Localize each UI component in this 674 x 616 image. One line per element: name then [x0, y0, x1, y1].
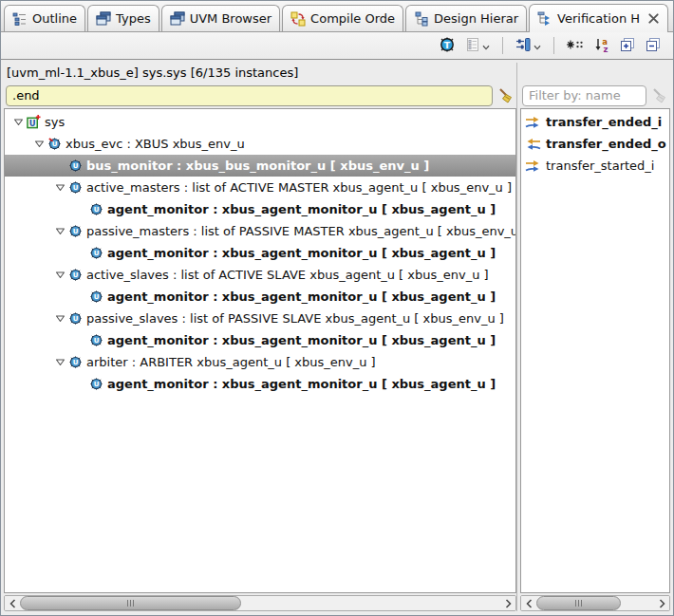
filter-input[interactable] — [522, 85, 646, 106]
close-icon[interactable] — [648, 13, 660, 25]
tab-label: Outline — [32, 11, 77, 26]
scroll-right-arrow-icon[interactable] — [500, 596, 515, 610]
expander-open-icon[interactable] — [31, 139, 47, 149]
show-types-button[interactable]: T — [436, 34, 459, 58]
expander-open-icon[interactable] — [52, 357, 67, 367]
tree-item-label: active_masters : list of ACTIVE MASTER x… — [86, 180, 512, 195]
tree-row[interactable]: Uagent_monitor : xbus_agent_monitor_u [ … — [5, 286, 515, 308]
tab-design-hierarchy[interactable]: Design Hierar — [405, 5, 527, 31]
tree-row[interactable]: Uagent_monitor : xbus_agent_monitor_u [ … — [5, 242, 515, 264]
tab-compile-order[interactable]: Compile Orde — [282, 5, 403, 31]
scroll-left-arrow-icon[interactable] — [521, 596, 536, 610]
tab-uvm-browser[interactable]: UVM Browser — [161, 5, 280, 31]
svg-text:U: U — [72, 314, 78, 323]
tab-types[interactable]: Types — [87, 5, 159, 31]
svg-text:U: U — [72, 183, 78, 192]
svg-text:T: T — [444, 39, 451, 49]
verification-hierarchy-icon — [537, 11, 552, 27]
design-hierarchy-icon — [414, 11, 429, 27]
chevron-down-icon[interactable] — [534, 39, 541, 53]
scroll-right-arrow-icon[interactable] — [654, 596, 669, 610]
tree-row[interactable]: Uagent_monitor : xbus_agent_monitor_u [ … — [5, 329, 515, 351]
tree-row[interactable]: Uagent_monitor : xbus_agent_monitor_u [ … — [5, 198, 515, 220]
scroll-left-arrow-icon[interactable] — [5, 596, 20, 610]
scrollbar-track[interactable] — [20, 596, 500, 610]
toolbar-separator — [502, 37, 503, 54]
tree-item-label: xbus_evc : XBUS xbus_env_u — [66, 137, 245, 151]
tree-row[interactable]: Usys — [5, 111, 515, 133]
svg-text:U: U — [72, 271, 78, 279]
svg-text:z: z — [604, 44, 608, 52]
svg-text:U: U — [72, 358, 78, 366]
hierarchy-tree: UsysUxbus_evc : XBUS xbus_env_uUbus_moni… — [4, 108, 516, 593]
ports-dots-icon — [567, 38, 584, 54]
bug-type-icon: T — [439, 36, 456, 56]
unit-icon: U — [67, 355, 83, 369]
expander-open-icon[interactable] — [10, 117, 26, 127]
ports-list: transfer_ended_itransfer_ended_otransfer… — [520, 108, 670, 593]
checklist-icon — [466, 37, 479, 55]
tab-label: Compile Orde — [310, 11, 395, 26]
tab-bar: OutlineTypesUVM BrowserCompile OrdeDesig… — [1, 1, 673, 32]
unit-icon: U — [67, 268, 83, 282]
tab-label: Types — [116, 11, 151, 26]
tree-row[interactable]: Uarbiter : ARBITER xbus_agent_u [ xbus_e… — [5, 351, 515, 373]
tree-row[interactable]: Ubus_monitor : xbus_bus_monitor_u [ xbus… — [5, 155, 515, 177]
svg-text:U: U — [93, 380, 99, 388]
tab-verification-hierarchy[interactable]: Verification H — [529, 4, 668, 32]
chevron-down-icon[interactable] — [482, 39, 490, 53]
port-item-label: transfer_started_i — [546, 159, 654, 173]
tree-item-label: agent_monitor : xbus_agent_monitor_u [ x… — [107, 377, 496, 391]
tab-outline[interactable]: Outline — [4, 5, 85, 31]
svg-text:U: U — [93, 336, 99, 345]
tab-label: Design Hierar — [434, 11, 518, 26]
tree-row[interactable]: Upassive_slaves : list of PASSIVE SLAVE … — [5, 308, 515, 329]
tree-item-label: agent_monitor : xbus_agent_monitor_u [ x… — [107, 246, 496, 260]
types-icon — [96, 11, 111, 27]
unit-icon: U — [67, 159, 83, 173]
clear-search-broom-icon[interactable] — [497, 87, 515, 104]
sort-alpha-button[interactable]: az — [591, 35, 612, 57]
layout-filter-button[interactable] — [513, 35, 544, 57]
svg-text:U: U — [72, 227, 78, 235]
scrollbar-track[interactable] — [536, 596, 654, 610]
expander-open-icon[interactable] — [52, 270, 67, 280]
tree-item-label: agent_monitor : xbus_agent_monitor_u [ x… — [107, 202, 496, 216]
unit-icon: U — [88, 377, 103, 391]
port-list-item[interactable]: transfer_started_i — [521, 155, 669, 177]
collapse-all-button[interactable] — [643, 35, 664, 57]
unit-icon: U — [88, 289, 103, 304]
list-horizontal-scrollbar[interactable] — [520, 595, 670, 611]
expand-all-button[interactable] — [617, 35, 638, 57]
tree-item-label: sys — [45, 115, 65, 129]
tree-horizontal-scrollbar[interactable] — [4, 595, 516, 611]
tree-row[interactable]: Uxbus_evc : XBUS xbus_env_u — [5, 133, 515, 155]
svg-text:U: U — [93, 292, 99, 301]
clear-filter-broom-icon — [651, 87, 668, 104]
tree-row[interactable]: Uagent_monitor : xbus_agent_monitor_u [ … — [5, 373, 515, 395]
instance-scope-label: [uvm_ml-1.1_xbus_e] sys.sys [6/135 insta… — [4, 63, 516, 83]
expander-open-icon[interactable] — [52, 182, 67, 193]
tree-item-label: passive_slaves : list of PASSIVE SLAVE x… — [86, 311, 504, 326]
expander-open-icon[interactable] — [52, 313, 67, 324]
uvm-browser-icon — [170, 11, 185, 27]
tree-row[interactable]: Uactive_masters : list of ACTIVE MASTER … — [5, 177, 515, 198]
svg-text:U: U — [93, 249, 99, 257]
unit-root-icon: U — [26, 115, 41, 129]
port-list-item[interactable]: transfer_ended_i — [521, 111, 669, 133]
tree-item-label: agent_monitor : xbus_agent_monitor_u [ x… — [107, 333, 496, 347]
show-ports-button[interactable] — [564, 36, 587, 56]
expander-open-icon[interactable] — [52, 226, 67, 236]
tree-row[interactable]: Upassive_masters : list of PASSIVE MASTE… — [5, 220, 515, 242]
scrollbar-thumb[interactable] — [536, 596, 621, 610]
tree-row[interactable]: Uactive_slaves : list of ACTIVE SLAVE xb… — [5, 264, 515, 286]
unit-evc-icon: U — [47, 137, 62, 151]
tab-label: Verification H — [557, 11, 640, 26]
unit-icon: U — [88, 202, 103, 216]
search-input[interactable] — [6, 85, 493, 106]
port-list-item[interactable]: transfer_ended_o — [521, 133, 669, 155]
expand-all-icon — [620, 37, 635, 55]
view-menu-button[interactable] — [463, 35, 493, 57]
scrollbar-thumb[interactable] — [20, 596, 241, 610]
hierarchy-pane: [uvm_ml-1.1_xbus_e] sys.sys [6/135 insta… — [4, 63, 516, 611]
